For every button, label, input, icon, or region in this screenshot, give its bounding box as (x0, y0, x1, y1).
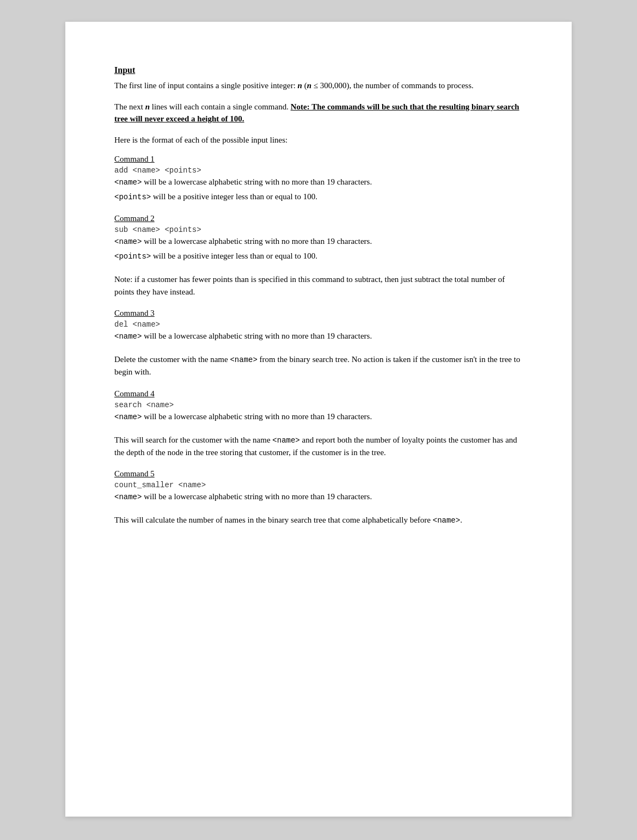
italic-n-1: n (298, 81, 302, 90)
command-5-note: This will calculate the number of names … (114, 514, 523, 526)
input-paragraph-3: Here is the format of each of the possib… (114, 134, 523, 146)
command-2-note: Note: if a customer has fewer points tha… (114, 273, 523, 298)
command-2-points-code: <points> (114, 252, 151, 261)
command-1-block: Command 1 add <name> <points> <name> wil… (114, 155, 523, 203)
command-5-block: Command 5 count_smaller <name> <name> wi… (114, 469, 523, 503)
command-3-code: del <name> (114, 320, 523, 329)
input-section-title: Input (114, 65, 523, 75)
command-4-title: Command 4 (114, 389, 523, 398)
command-1-points-code: <points> (114, 193, 151, 201)
command-4-block: Command 4 search <name> <name> will be a… (114, 389, 523, 423)
command-3-name-inline: <name> (230, 355, 257, 364)
important-note: Note: The commands will be such that the… (114, 102, 519, 124)
command-4-note: This will search for the customer with t… (114, 434, 523, 459)
command-1-desc-1: <name> will be a lowercase alphabetic st… (114, 176, 523, 188)
input-paragraph-2: The next n lines will each contain a sin… (114, 101, 523, 125)
command-4-desc-1: <name> will be a lowercase alphabetic st… (114, 410, 523, 423)
command-3-note: Delete the customer with the name <name>… (114, 353, 523, 378)
italic-n-2: n (145, 102, 150, 111)
command-1-code: add <name> <points> (114, 166, 523, 175)
command-3-desc-1: <name> will be a lowercase alphabetic st… (114, 330, 523, 342)
command-5-title: Command 5 (114, 469, 523, 479)
command-3-name-code: <name> (114, 332, 142, 341)
command-4-name-inline: <name> (272, 436, 299, 445)
command-3-title: Command 3 (114, 309, 523, 318)
command-3-block: Command 3 del <name> <name> will be a lo… (114, 309, 523, 342)
input-paragraph-1: The first line of input contains a singl… (114, 79, 523, 92)
command-2-name-code: <name> (114, 237, 142, 246)
command-2-desc-2: <points> will be a positive integer less… (114, 250, 523, 262)
command-5-code: count_smaller <name> (114, 481, 523, 489)
command-2-desc-1: <name> will be a lowercase alphabetic st… (114, 235, 523, 248)
command-2-code: sub <name> <points> (114, 225, 523, 234)
command-5-name-code: <name> (114, 493, 142, 501)
command-4-code: search <name> (114, 401, 523, 409)
italic-n-constraint: n (307, 81, 311, 90)
command-1-title: Command 1 (114, 155, 523, 164)
command-2-block: Command 2 sub <name> <points> <name> wil… (114, 214, 523, 262)
command-1-name-code: <name> (114, 178, 142, 187)
command-5-name-inline: <name> (433, 516, 460, 525)
command-2-title: Command 2 (114, 214, 523, 223)
page-content: Input The first line of input contains a… (65, 22, 572, 817)
command-5-desc-1: <name> will be a lowercase alphabetic st… (114, 490, 523, 503)
command-1-desc-2: <points> will be a positive integer less… (114, 191, 523, 203)
command-4-name-code: <name> (114, 413, 142, 421)
